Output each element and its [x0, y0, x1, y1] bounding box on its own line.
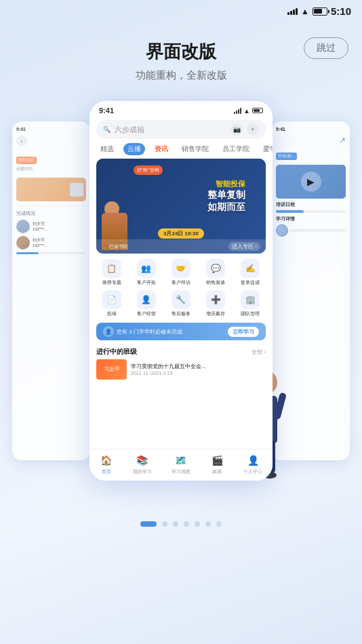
bottom-nav-home[interactable]: 🏠 首页 [100, 454, 113, 475]
grid-label-3: 销售面谈 [206, 279, 225, 286]
phone-left: 9:41 ‹ 报到信息 创建时间 完成情况 刘大可 132***... [12, 121, 90, 460]
grid-icon-7: 🔧 [172, 290, 190, 309]
lp-separator [16, 205, 86, 206]
phone-wifi: ▲ [243, 107, 250, 115]
banner-enter-btn[interactable]: 进入专区 › [228, 242, 260, 251]
lp-back-btn[interactable]: ‹ [16, 136, 27, 146]
progress-learn-btn[interactable]: 立即学习 [228, 327, 259, 337]
grid-label-0: 推荐专题 [102, 279, 121, 286]
rp-share-icon[interactable]: ↗ [339, 136, 346, 145]
grid-label-5: 投保 [107, 310, 117, 317]
phone-search-actions: 📷 + [230, 123, 259, 136]
lp-card-icon [70, 183, 83, 197]
class-item-date: 2021-11~2021-2-23 [131, 371, 266, 376]
grid-icon-8: ➕ [206, 290, 225, 309]
rp-play-icon: ▶ [301, 172, 321, 192]
lp-avatar-1 [16, 220, 30, 233]
bottom-nav-map-label: 学习地图 [172, 468, 190, 475]
bottom-nav-profile[interactable]: 👤 个人中心 [243, 454, 262, 475]
bottom-nav-home-label: 首页 [102, 468, 111, 475]
bottom-nav-profile-label: 个人中心 [243, 468, 262, 475]
status-time: 5:10 [331, 5, 351, 17]
dot-6[interactable] [216, 521, 222, 527]
dot-5[interactable] [205, 521, 211, 527]
lp-create-time: 创建时间 [16, 166, 86, 172]
phone-search-bar[interactable]: 🔍 六步成福 📷 + [96, 120, 266, 139]
rp-avatar-row [276, 224, 346, 237]
section-more[interactable]: 全部 › [252, 348, 266, 356]
grid-item-4[interactable]: ✍️ 签单促成 [235, 259, 266, 286]
grid-item-7[interactable]: 🔧 售后服务 [165, 290, 196, 317]
grid-icon-6: 👤 [137, 290, 156, 309]
dot-2[interactable] [173, 521, 178, 527]
dot-4[interactable] [195, 521, 200, 527]
grid-item-9[interactable]: 🏢 团队管理 [235, 290, 266, 317]
class-thumb: 习近平 [96, 359, 127, 380]
phone-center-icons: ▲ [234, 107, 263, 115]
battery-icon [313, 7, 327, 16]
nav-tab-0[interactable]: 精选 [96, 143, 118, 155]
banner-date-badge: 3月24日 19:30 [158, 228, 204, 239]
grid-item-8[interactable]: ➕ 增员蓄存 [201, 290, 231, 317]
rp-training-title: 培训日程 [276, 201, 346, 208]
nav-tab-4[interactable]: 员工学院 [218, 143, 254, 155]
dot-3[interactable] [184, 521, 189, 527]
class-item-title: 学习贯彻党的十九届五中全会... [131, 363, 266, 370]
lp-percent-row [16, 252, 86, 254]
skip-button[interactable]: 跳过 [304, 37, 348, 59]
grid-item-3[interactable]: 💬 销售面谈 [201, 259, 231, 286]
rp-learning-title: 学习详情 [276, 216, 346, 222]
grid-item-5[interactable]: 📄 投保 [96, 290, 127, 317]
lp-person-info-1: 刘大可 132***... [33, 221, 47, 231]
phone-progress-bar: 👤 您有 3 门学学时必修未完成 立即学习 [96, 323, 266, 340]
phone-search-icon: 🔍 [103, 126, 110, 133]
bottom-nav-home-icon: 🏠 [100, 454, 113, 467]
signal-icon [287, 8, 298, 15]
title-section: 界面改版 功能重构，全新改版 [136, 40, 227, 82]
nav-tab-1[interactable]: 云播 [123, 143, 145, 155]
lp-time: 9:41 [16, 127, 26, 132]
bottom-nav-video-label: 频课 [212, 468, 222, 475]
phones-container: 9:41 ‹ 报到信息 创建时间 完成情况 刘大可 132***... [0, 101, 362, 508]
lp-card [16, 178, 86, 201]
dot-0[interactable] [140, 521, 157, 527]
phone-bottom-nav: 🏠 首页 📚 我的学习 🗺️ 学习地图 🎬 频课 [89, 449, 273, 481]
grid-item-1[interactable]: 👥 客户开拓 [131, 259, 161, 286]
grid-icon-0: 📋 [102, 259, 121, 278]
nav-tab-5[interactable]: 爱学 [259, 143, 273, 155]
bottom-nav-learning[interactable]: 📚 我的学习 [133, 454, 152, 475]
grid-icon-3: 💬 [206, 259, 225, 278]
lp-person-2: 刘大可 132***... [16, 236, 86, 249]
bottom-nav-map[interactable]: 🗺️ 学习地图 [172, 454, 190, 475]
phone-grid-2: 📄 投保 👤 客户经营 🔧 售后服务 ➕ 增员蓄存 [89, 289, 273, 320]
nav-tab-3[interactable]: 销售学院 [178, 143, 213, 155]
bottom-nav-map-icon: 🗺️ [174, 454, 188, 467]
grid-item-6[interactable]: 👤 客户经营 [131, 290, 161, 317]
nav-tab-2[interactable]: 资讯 [150, 143, 172, 155]
phone-nav-tabs: 精选 云播 资讯 销售学院 员工学院 爱学 [89, 143, 273, 159]
rp-time: 9:41 [276, 127, 285, 132]
class-thumb-overlay: 习近平 [96, 359, 127, 380]
grid-item-2[interactable]: 🤝 客户拜访 [165, 259, 196, 286]
rp-progress-bar [276, 210, 346, 213]
grid-label-6: 客户经营 [137, 310, 156, 317]
bottom-nav-profile-icon: 👤 [246, 454, 260, 467]
phone-add-btn[interactable]: + [247, 123, 259, 136]
banner-text2: 整单复制 [207, 189, 245, 201]
dot-1[interactable] [162, 521, 167, 527]
grid-icon-5: 📄 [102, 290, 121, 309]
section-header: 进行中的班级 全部 › [96, 347, 266, 357]
phone-grid-1: 📋 推荐专题 👥 客户开拓 🤝 客户拜访 💬 销售面谈 [89, 254, 273, 289]
grid-item-0[interactable]: 📋 推荐专题 [96, 259, 127, 286]
lp-person-info-2: 刘大可 132***... [33, 237, 47, 247]
status-bar: ▲ 5:10 [0, 0, 362, 20]
rp-share-row: ↗ [276, 136, 346, 145]
bottom-nav-video[interactable]: 🎬 频课 [210, 454, 224, 475]
class-item-1[interactable]: 习近平 学习贯彻党的十九届五中全会... 2021-11~2021-2-23 [96, 359, 266, 380]
main-title: 界面改版 [136, 40, 227, 64]
phone-banner: 好"抢"尝鲜 智能投保 整单复制 如期而至 3月24日 19:30 📍 巴渝书院 [96, 159, 266, 254]
banner-text3: 如期而至 [207, 201, 245, 214]
rp-tag: 培训(校... [276, 153, 297, 160]
phone-camera-btn[interactable]: 📷 [230, 123, 243, 136]
rp-banner: ▶ [276, 165, 346, 199]
